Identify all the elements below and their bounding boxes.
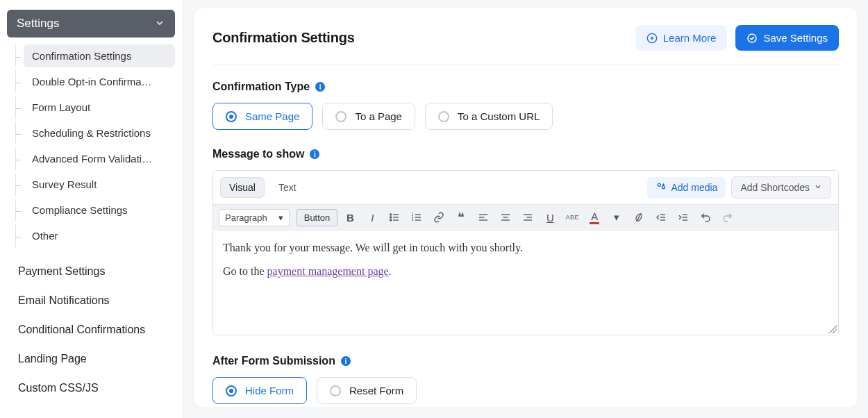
- svg-marker-1: [651, 36, 653, 40]
- sidebar-item-advanced-validation[interactable]: Advanced Form Validati…: [24, 147, 175, 170]
- resize-handle[interactable]: [828, 325, 837, 333]
- caret-down-icon: ▾: [278, 212, 283, 223]
- radio-icon: [335, 111, 347, 122]
- play-circle-icon: [646, 33, 658, 44]
- link-icon[interactable]: [429, 208, 449, 227]
- sidebar-subnav: Confirmation Settings Double Opt-in Conf…: [24, 44, 175, 247]
- clear-format-icon[interactable]: [629, 208, 649, 227]
- add-shortcodes-button[interactable]: Add Shortcodes: [731, 176, 831, 199]
- sidebar-item-confirmation-settings[interactable]: Confirmation Settings: [24, 44, 175, 67]
- rich-text-editor: Visual Text Add media Add Shortcodes: [212, 170, 839, 335]
- sidebar-topnav: Payment Settings Email Notifications Con…: [7, 257, 175, 403]
- main: Confirmation Settings Learn More Save Se…: [182, 0, 868, 418]
- page-title: Confirmation Settings: [212, 30, 355, 46]
- confirmation-type-options: Same Page To a Page To a Custom URL: [212, 103, 839, 130]
- chevron-down-icon: [814, 182, 822, 193]
- insert-button-chip[interactable]: Button: [297, 209, 338, 226]
- color-caret-icon[interactable]: ▾: [607, 208, 626, 227]
- indent-icon[interactable]: [674, 208, 693, 227]
- sidebar-item-landing-page[interactable]: Landing Page: [7, 344, 175, 374]
- settings-card: Confirmation Settings Learn More Save Se…: [194, 8, 857, 407]
- editor-tab-text[interactable]: Text: [270, 178, 305, 197]
- svg-text:3: 3: [412, 218, 414, 221]
- sidebar-item-payment-settings[interactable]: Payment Settings: [7, 257, 175, 286]
- radio-same-page[interactable]: Same Page: [212, 103, 312, 130]
- outdent-icon[interactable]: [651, 208, 671, 227]
- learn-more-button[interactable]: Learn More: [635, 25, 728, 51]
- add-media-button[interactable]: Add media: [647, 177, 726, 199]
- save-settings-button[interactable]: Save Settings: [735, 25, 839, 51]
- info-icon[interactable]: i: [341, 356, 351, 366]
- sidebar-item-conditional-confirmations[interactable]: Conditional Confirmations: [7, 315, 175, 344]
- redo-icon[interactable]: [718, 208, 737, 227]
- radio-to-custom-url[interactable]: To a Custom URL: [425, 103, 553, 130]
- sidebar-item-double-opt-in[interactable]: Double Opt-in Confirma…: [24, 70, 175, 93]
- svg-point-9: [390, 219, 392, 221]
- bold-icon[interactable]: B: [340, 208, 360, 227]
- sidebar-item-compliance[interactable]: Compliance Settings: [24, 199, 175, 221]
- after-submission-options: Hide Form Reset Form: [212, 377, 839, 404]
- sidebar-item-survey-result[interactable]: Survey Result: [24, 173, 175, 196]
- radio-icon: [226, 385, 237, 396]
- svg-point-3: [658, 183, 661, 186]
- info-icon[interactable]: i: [315, 82, 325, 92]
- check-circle-icon: [746, 33, 758, 44]
- radio-icon: [330, 385, 341, 396]
- radio-hide-form[interactable]: Hide Form: [212, 377, 307, 404]
- editor-toolbar: Paragraph ▾ Button B I 123 ❝ U ABE A: [213, 204, 838, 231]
- align-center-icon[interactable]: [496, 208, 515, 227]
- label-confirmation-type: Confirmation Type i: [212, 81, 839, 93]
- editor-tab-visual[interactable]: Visual: [220, 177, 265, 198]
- svg-point-4: [662, 185, 665, 188]
- editor-line-1: Thank you for your message. We will get …: [223, 242, 828, 254]
- undo-icon[interactable]: [696, 208, 715, 227]
- info-icon[interactable]: i: [310, 149, 319, 159]
- sidebar-header-label: Settings: [17, 17, 59, 31]
- chevron-down-icon: [154, 17, 165, 31]
- svg-point-5: [390, 214, 392, 215]
- svg-point-7: [390, 217, 392, 218]
- label-after-submission: After Form Submission i: [212, 355, 839, 367]
- radio-icon: [438, 111, 449, 122]
- bullet-list-icon[interactable]: [385, 208, 404, 227]
- align-left-icon[interactable]: [474, 208, 493, 227]
- numbered-list-icon[interactable]: 123: [407, 208, 426, 227]
- editor-content[interactable]: Thank you for your message. We will get …: [213, 231, 838, 335]
- radio-icon: [226, 111, 237, 122]
- card-header: Confirmation Settings Learn More Save Se…: [212, 25, 839, 65]
- sidebar-section-settings[interactable]: Settings: [7, 10, 175, 37]
- payment-management-link[interactable]: payment management page: [267, 265, 389, 277]
- radio-reset-form[interactable]: Reset Form: [317, 377, 417, 404]
- align-right-icon[interactable]: [518, 208, 537, 227]
- sidebar: Settings Confirmation Settings Double Op…: [0, 0, 182, 418]
- text-color-icon[interactable]: A: [585, 208, 604, 227]
- sidebar-item-scheduling[interactable]: Scheduling & Restrictions: [24, 122, 175, 144]
- sidebar-item-custom-css-js[interactable]: Custom CSS/JS: [7, 374, 175, 403]
- label-message-to-show: Message to show i: [212, 148, 839, 160]
- italic-icon[interactable]: I: [362, 208, 382, 227]
- format-select[interactable]: Paragraph ▾: [219, 209, 290, 226]
- sidebar-item-email-notifications[interactable]: Email Notifications: [7, 286, 175, 315]
- underline-icon[interactable]: U: [540, 208, 560, 227]
- sidebar-item-other[interactable]: Other: [24, 224, 175, 247]
- quote-icon[interactable]: ❝: [451, 208, 471, 227]
- editor-line-2: Go to the payment management page.: [223, 265, 828, 278]
- sidebar-item-form-layout[interactable]: Form Layout: [24, 96, 175, 119]
- radio-to-a-page[interactable]: To a Page: [322, 103, 415, 130]
- media-icon: [656, 181, 667, 194]
- strikethrough-icon[interactable]: ABE: [562, 208, 582, 227]
